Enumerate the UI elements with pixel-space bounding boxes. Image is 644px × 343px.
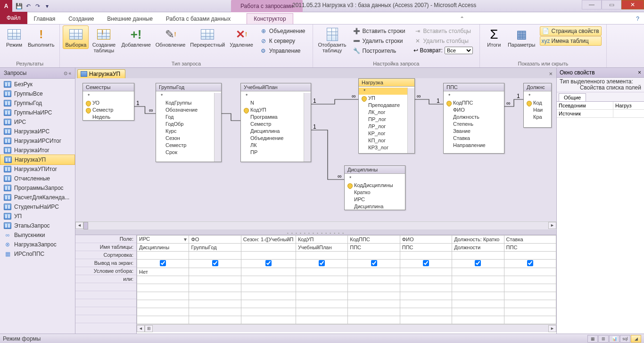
grid-cell[interactable] bbox=[137, 260, 189, 268]
grid-cell[interactable] bbox=[189, 276, 241, 284]
help-icon[interactable]: ? bbox=[631, 14, 644, 24]
nav-item[interactable]: НагрузкаИРС bbox=[0, 127, 75, 136]
grid-cell[interactable] bbox=[189, 260, 241, 268]
grid-cell[interactable] bbox=[296, 268, 347, 276]
return-selector[interactable]: ↩Возврат:Все bbox=[412, 46, 475, 55]
grid-cell[interactable] bbox=[189, 252, 241, 260]
crosstab-button[interactable]: Перекрестный bbox=[188, 25, 227, 49]
table-header[interactable]: ГруппыГод bbox=[156, 83, 221, 91]
nav-item[interactable]: ГруппыГод bbox=[0, 98, 75, 108]
field[interactable]: Должность bbox=[444, 114, 504, 121]
field[interactable]: Курс bbox=[156, 128, 215, 135]
grid-cell[interactable] bbox=[504, 252, 556, 260]
append-button[interactable]: +!Добавление bbox=[119, 25, 153, 49]
grid-cell[interactable]: Сезон: 1-([УчебныйП bbox=[241, 236, 296, 244]
field[interactable]: Семестр bbox=[156, 142, 215, 149]
passthrough-button[interactable]: ⊘К серверу bbox=[257, 36, 308, 46]
ribbon-minimize-icon[interactable]: ⌃ bbox=[455, 14, 469, 24]
table-gruppygod[interactable]: ГруппыГод*КодГруппыОбозначениеГодГодОбрК… bbox=[156, 83, 222, 162]
field[interactable]: КодППС bbox=[444, 99, 504, 106]
nav-item[interactable]: НагрузкаУП bbox=[0, 155, 75, 165]
table-pps[interactable]: ППС*КодППСФИОДолжностьСтепеньЗваниеСтавк… bbox=[443, 83, 504, 154]
tab-create[interactable]: Создание bbox=[62, 14, 100, 24]
grid-cell[interactable] bbox=[137, 252, 189, 260]
grid-cell[interactable]: ФО bbox=[189, 236, 241, 244]
nav-item[interactable]: НагрузкаУПИтог bbox=[0, 164, 75, 174]
diagram-hscroll[interactable]: ◄ ► bbox=[75, 221, 556, 229]
table-header[interactable]: Дисциплины bbox=[345, 166, 405, 174]
grid-cell[interactable] bbox=[504, 276, 556, 284]
field[interactable]: Семестр bbox=[83, 106, 134, 114]
tab-home[interactable]: Главная bbox=[27, 14, 62, 24]
field[interactable]: ЛК bbox=[241, 142, 304, 149]
grid-scroll-right-icon[interactable]: ► bbox=[548, 325, 556, 332]
scroll-left-icon[interactable]: ◄ bbox=[75, 222, 83, 229]
datadef-button[interactable]: ⚙Управление bbox=[257, 46, 308, 56]
field[interactable]: * bbox=[241, 92, 304, 99]
field[interactable]: КРЗ_лог bbox=[359, 144, 408, 151]
show-checkbox[interactable] bbox=[423, 260, 429, 266]
table-header[interactable]: Должнс bbox=[524, 83, 551, 91]
field[interactable]: * bbox=[444, 92, 504, 99]
field[interactable]: Сезон bbox=[156, 135, 215, 142]
field[interactable]: Год bbox=[156, 114, 215, 121]
field[interactable]: КодДисциплины bbox=[345, 182, 405, 189]
field[interactable]: ФИО bbox=[444, 106, 504, 114]
field[interactable]: Дисциплина bbox=[345, 203, 405, 210]
table-dolzh[interactable]: Должнс*КодНаиКра bbox=[523, 83, 552, 128]
grid-cell[interactable] bbox=[400, 268, 452, 276]
grid-cell[interactable]: УчебныйПлан bbox=[296, 244, 347, 252]
grid-cell[interactable] bbox=[452, 276, 504, 284]
prop-value[interactable]: Нагруз bbox=[613, 102, 644, 109]
nav-item[interactable]: БезРук bbox=[0, 80, 75, 89]
prop-row[interactable]: Источник bbox=[557, 110, 644, 118]
qat-customize-icon[interactable]: ▾ bbox=[43, 2, 51, 10]
field[interactable]: Семестр bbox=[241, 121, 304, 128]
maketable-button[interactable]: !Создание таблицы bbox=[89, 25, 119, 55]
splitter[interactable]: • • • • • • • • • • • • • • bbox=[75, 231, 556, 235]
table-header[interactable]: УчебныйПлан bbox=[241, 83, 311, 91]
nav-item[interactable]: ГруппыВсе bbox=[0, 89, 75, 98]
show-checkbox[interactable] bbox=[475, 260, 481, 266]
grid-hscroll[interactable]: ◄ ⊞ ► bbox=[137, 324, 556, 332]
grid-cell[interactable]: Должности bbox=[452, 244, 504, 252]
grid-cell[interactable] bbox=[348, 260, 400, 268]
field[interactable]: Кратко bbox=[345, 189, 405, 196]
show-checkbox[interactable] bbox=[527, 260, 533, 266]
file-tab[interactable]: Файл bbox=[0, 12, 27, 24]
propsheet-close-icon[interactable]: × bbox=[638, 69, 641, 76]
table-disc[interactable]: Дисциплины*КодДисциплиныКраткоИРСДисципл… bbox=[344, 165, 405, 210]
delete-rows-button[interactable]: ➖Удалить строки bbox=[351, 36, 408, 46]
view-design-icon[interactable]: ◢ bbox=[631, 335, 641, 343]
field[interactable]: КодУП bbox=[241, 106, 304, 114]
field[interactable]: Кра bbox=[524, 114, 551, 121]
redo-icon[interactable]: ↷ bbox=[34, 2, 41, 10]
field[interactable]: Степень bbox=[444, 121, 504, 128]
table-semestry[interactable]: Семестры*УОСеместрНедель bbox=[83, 83, 134, 121]
grid-cell[interactable]: Дисциплины bbox=[137, 244, 189, 252]
grid-cell[interactable] bbox=[137, 276, 189, 284]
propsheet-tab-general[interactable]: Общие bbox=[559, 93, 586, 101]
minimize-button[interactable]: — bbox=[582, 0, 602, 9]
view-sql-icon[interactable]: sql bbox=[620, 335, 630, 343]
nav-item[interactable]: ▦ИРСпоППС bbox=[0, 249, 75, 259]
builder-button[interactable]: 🔧Построитель bbox=[351, 46, 408, 56]
nav-filter-icon[interactable]: ⊙ bbox=[64, 71, 67, 76]
nav-item[interactable]: ПрограммыЗапрос bbox=[0, 183, 75, 193]
diagram[interactable]: 1∞1∞1∞∞1∞1 Семестры*УОСеместрНедельГрупп… bbox=[75, 78, 556, 229]
field[interactable]: КР_лог bbox=[359, 130, 408, 137]
system-menu-icon[interactable]: A bbox=[0, 0, 12, 12]
maximize-button[interactable]: ▭ bbox=[602, 0, 621, 9]
field[interactable]: УО bbox=[83, 99, 134, 106]
nav-item[interactable]: ∞Выпускники bbox=[0, 230, 75, 240]
grid-cell[interactable]: КодППС bbox=[348, 236, 400, 244]
tablenames-button[interactable]: xyzИмена таблиц bbox=[540, 36, 602, 46]
grid-cell[interactable]: ИРС ▾ bbox=[137, 236, 189, 244]
grid-cell[interactable] bbox=[504, 260, 556, 268]
view-button[interactable]: Режим bbox=[3, 25, 25, 49]
field[interactable]: Программа bbox=[241, 114, 304, 121]
table-uchplan[interactable]: УчебныйПлан*NКодУППрограммаСеместрДисцип… bbox=[240, 83, 311, 162]
grid-cell[interactable]: ППС bbox=[400, 244, 452, 252]
update-button[interactable]: ✎!Обновление bbox=[153, 25, 188, 49]
run-button[interactable]: !Выполнить bbox=[25, 25, 57, 49]
